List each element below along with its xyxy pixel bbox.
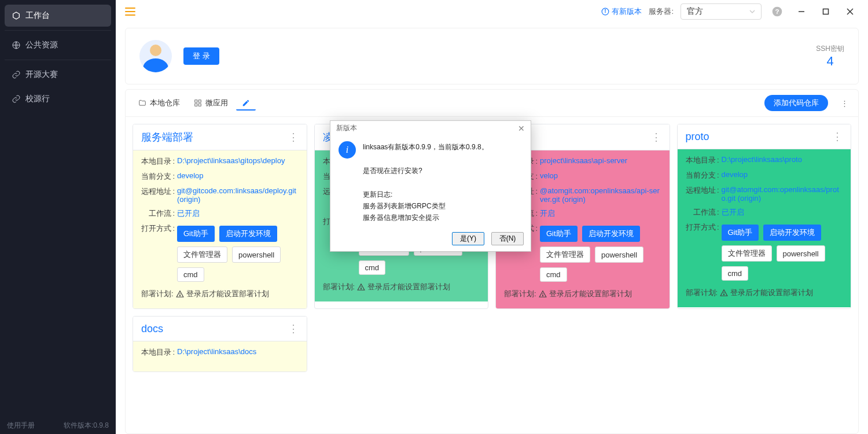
file-manager-button[interactable]: 文件管理器 — [177, 247, 227, 263]
local-dir[interactable]: D:\project\linksaas\proto — [722, 155, 802, 164]
server-select[interactable]: 官方 — [681, 3, 762, 20]
file-manager-button[interactable]: 文件管理器 — [722, 245, 772, 262]
close-icon[interactable]: ✕ — [518, 124, 525, 133]
chevron-down-icon — [749, 9, 755, 14]
yes-button[interactable]: 是(Y) — [452, 232, 484, 245]
update-modal: 新版本 ✕ i linksaas有新版本0.9.9，当前版本0.9.8。 是否现… — [330, 120, 531, 252]
deploy-plan: 部署计划:登录后才能设置部署计划 — [504, 289, 661, 299]
workflow[interactable]: 已开启 — [177, 208, 200, 219]
tabs-row: 本地仓库 微应用 添加代码仓库 ⋮ — [126, 90, 858, 117]
no-button[interactable]: 否(N) — [491, 232, 524, 245]
svg-point-17 — [361, 288, 362, 289]
card-menu-icon[interactable]: ⋮ — [288, 322, 299, 335]
sidebar-item-label: 工作台 — [25, 10, 50, 21]
local-dir[interactable]: project\linksaas\api-server — [540, 156, 627, 165]
info-icon — [601, 8, 609, 16]
repo-card: proto ⋮ 本地目录D:\project\linksaas\proto 当前… — [677, 124, 852, 309]
sidebar: 工作台 公共资源 开源大赛 校源行 使用手册 软件版本:0.9.8 — [0, 0, 116, 434]
remote[interactable]: @atomgit.com:openlinksaas/api-server.git… — [540, 186, 661, 204]
svg-rect-13 — [198, 104, 201, 106]
remote[interactable]: git@atomgit.com:openlinksaas/proto.git (… — [722, 185, 843, 203]
card-header: docs ⋮ — [133, 317, 307, 341]
menu-toggle-icon[interactable] — [125, 8, 135, 16]
divider — [5, 30, 111, 31]
tab-edit[interactable] — [236, 95, 256, 111]
sidebar-item-school[interactable]: 校源行 — [5, 88, 111, 110]
avatar — [139, 40, 172, 72]
card-menu-icon[interactable]: ⋮ — [651, 131, 661, 144]
file-manager-button[interactable]: 文件管理器 — [540, 247, 590, 263]
window-minimize-button[interactable] — [793, 3, 810, 20]
new-version-link[interactable]: 有新版本 — [601, 6, 642, 17]
powershell-button[interactable]: powershell — [595, 247, 643, 263]
card-title[interactable]: proto — [686, 131, 709, 143]
add-repo-button[interactable]: 添加代码仓库 — [764, 95, 828, 111]
card-menu-icon[interactable]: ⋮ — [832, 130, 843, 143]
local-dir[interactable]: D:\project\linksaas\gitops\deploy — [177, 156, 285, 165]
ssh-count: 4 — [816, 54, 844, 69]
cube-icon — [12, 11, 21, 20]
sidebar-footer: 使用手册 软件版本:0.9.8 — [0, 417, 116, 434]
sidebar-item-workbench[interactable]: 工作台 — [5, 5, 111, 27]
workflow[interactable]: 已开启 — [722, 207, 744, 218]
local-dir[interactable]: D:\project\linksaas\docs — [177, 347, 256, 356]
warning-icon — [720, 289, 728, 297]
tab-micro-app[interactable]: 微应用 — [188, 94, 234, 112]
svg-text:?: ? — [775, 8, 779, 15]
git-helper-button[interactable]: Git助手 — [177, 226, 215, 242]
svg-rect-12 — [195, 104, 197, 106]
branch[interactable]: velop — [540, 171, 558, 180]
start-dev-button[interactable]: 启动开发环境 — [582, 226, 640, 242]
sidebar-item-contest[interactable]: 开源大赛 — [5, 64, 111, 86]
window-maximize-button[interactable] — [817, 3, 834, 20]
manual-link[interactable]: 使用手册 — [7, 421, 35, 431]
link-icon — [12, 94, 21, 104]
card-title[interactable]: docs — [141, 323, 163, 335]
folder-icon — [138, 99, 146, 107]
sidebar-item-public[interactable]: 公共资源 — [5, 34, 111, 56]
grid-icon — [194, 99, 202, 107]
info-icon: i — [339, 141, 356, 159]
svg-rect-11 — [198, 100, 201, 102]
ssh-key-stat[interactable]: SSH密钥 4 — [816, 44, 844, 69]
help-icon[interactable]: ? — [768, 3, 786, 20]
powershell-button[interactable]: powershell — [777, 245, 825, 262]
cmd-button[interactable]: cmd — [722, 266, 749, 281]
branch[interactable]: develop — [722, 170, 748, 179]
cmd-button[interactable]: cmd — [540, 267, 567, 282]
sidebar-item-label: 校源行 — [25, 94, 50, 104]
sidebar-item-label: 公共资源 — [25, 40, 58, 50]
server-label: 服务器: — [649, 6, 674, 17]
user-panel: 登 录 SSH密钥 4 — [125, 28, 859, 84]
window-close-button[interactable] — [841, 3, 859, 20]
powershell-button[interactable]: powershell — [232, 247, 281, 263]
more-icon[interactable]: ⋮ — [837, 96, 851, 110]
branch[interactable]: develop — [177, 171, 204, 180]
tab-local-repo[interactable]: 本地仓库 — [133, 94, 186, 112]
remote[interactable]: git@gitcode.com:linksaas/deploy.git (ori… — [177, 186, 299, 204]
card-title[interactable]: 服务端部署 — [141, 130, 193, 144]
svg-point-3 — [605, 10, 606, 10]
modal-text: linksaas有新版本0.9.9，当前版本0.9.8。 是否现在进行安装? 更… — [363, 141, 488, 224]
deploy-plan: 部署计划:登录后才能设置部署计划 — [686, 288, 843, 298]
warning-icon — [357, 283, 365, 291]
card-menu-icon[interactable]: ⋮ — [288, 131, 299, 144]
git-helper-button[interactable]: Git助手 — [540, 226, 578, 242]
divider — [5, 60, 111, 60]
pencil-icon — [242, 99, 250, 107]
start-dev-button[interactable]: 启动开发环境 — [219, 226, 277, 242]
start-dev-button[interactable]: 启动开发环境 — [763, 225, 821, 241]
link-icon — [12, 70, 21, 79]
svg-point-19 — [542, 295, 543, 296]
cmd-button[interactable]: cmd — [177, 267, 204, 282]
card-header: proto ⋮ — [678, 124, 851, 149]
login-button[interactable]: 登 录 — [183, 47, 219, 65]
svg-point-15 — [179, 295, 180, 296]
workflow[interactable]: 开启 — [540, 208, 555, 219]
repo-card: 服务端部署 ⋮ 本地目录D:\project\linksaas\gitops\d… — [133, 124, 307, 309]
cmd-button[interactable]: cmd — [359, 260, 386, 275]
version-text: 软件版本:0.9.8 — [64, 421, 109, 431]
topbar: 有新版本 服务器: 官方 ? — [116, 0, 868, 23]
git-helper-button[interactable]: Git助手 — [722, 225, 759, 241]
deploy-plan: 部署计划:登录后才能设置部署计划 — [323, 282, 480, 292]
